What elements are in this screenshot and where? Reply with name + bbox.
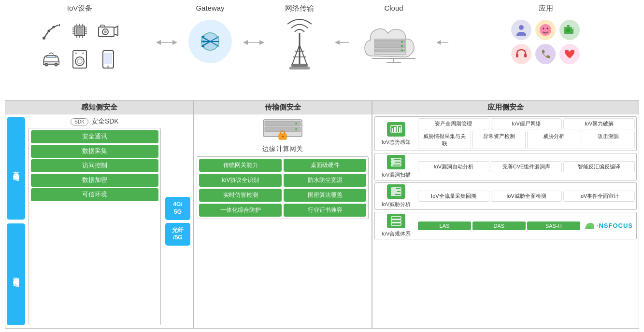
svg-rect-97	[394, 127, 396, 132]
app-pill-3-0: LAS	[418, 221, 471, 230]
svg-point-32	[56, 64, 57, 65]
arrow2	[242, 18, 266, 67]
gateway-icon	[188, 20, 232, 63]
sdk-badge: SDK	[71, 118, 88, 125]
mid-cell-3: 防水防尘宽温	[284, 174, 366, 187]
svg-line-59	[300, 45, 307, 64]
app-icon-person	[511, 20, 531, 40]
pill-0: 安全通讯	[31, 130, 158, 143]
app-row3-pills: LAS DAS SAS-H	[418, 221, 580, 230]
app-pill-2-2: IoV事件全面审计	[563, 191, 635, 202]
svg-point-94	[282, 136, 284, 138]
gateway-label: Gateway	[196, 4, 224, 12]
chip-icon	[67, 17, 93, 44]
app-row2-icon	[387, 184, 405, 199]
svg-point-70	[401, 41, 403, 43]
svg-point-92	[295, 128, 297, 130]
sdk-name: 安全SDK	[91, 117, 119, 126]
app-pill-2-1: IoV威胁全面检测	[491, 191, 562, 202]
sdk-title-row: SDK 安全SDK	[29, 117, 161, 126]
app-row1-row1: IoV漏洞自动分析 完善CVE组件漏洞库 智能反汇编反编译	[418, 161, 635, 172]
pill-2: 访问控制	[31, 159, 158, 172]
arrow4	[435, 18, 452, 67]
perception-panel: 感知侧安全 车载端 路侧端 SDK 安全SDK 安全通讯 数据采集 访	[5, 100, 193, 328]
svg-point-25	[104, 30, 107, 33]
transmission-panel: 传输侧安全	[193, 100, 372, 328]
svg-point-79	[540, 24, 551, 36]
svg-rect-39	[104, 53, 112, 64]
car-icon	[38, 46, 65, 72]
svg-point-3	[48, 29, 50, 32]
svg-rect-96	[392, 128, 393, 132]
mid-cell-0: 传统网关能力	[199, 159, 282, 172]
app-section: 应用	[452, 4, 639, 69]
camera-icon	[95, 17, 122, 44]
vehicle-label: 车载端	[7, 117, 25, 220]
svg-rect-86	[516, 54, 518, 57]
svg-rect-114	[391, 223, 401, 225]
cloud-label: Cloud	[384, 4, 403, 12]
gateway-section: Gateway	[179, 4, 242, 68]
edge-gateway-area: 边缘计算网关	[258, 117, 307, 153]
network-section: 网络传输	[266, 4, 333, 74]
application-body: IoV态势感知 资产全周期管理 IoV僵尸网络 IoV暴力破解 威胁情报采集与关…	[372, 114, 639, 329]
app-row3-icon	[387, 214, 405, 228]
iov-icons-area	[31, 16, 128, 74]
sdk-pills-box: 安全通讯 数据采集 访问控制 数据加密 可信环境	[29, 128, 161, 325]
mid-cell-1: 桌面级硬件	[284, 159, 366, 172]
svg-rect-87	[524, 54, 527, 57]
net-fiber: 光纤/5G	[165, 223, 190, 246]
svg-rect-67	[375, 40, 405, 43]
net-4g5g: 4G/5G	[165, 197, 190, 220]
svg-rect-112	[391, 217, 401, 219]
svg-point-72	[401, 50, 403, 52]
svg-point-35	[77, 59, 82, 64]
tower-icon	[283, 16, 316, 74]
app-row0-pills: 资产全周期管理 IoV僵尸网络 IoV暴力破解 威胁情报采集与关联 异常资产检测…	[418, 118, 635, 149]
app-pill-1-1: 完善CVE组件漏洞库	[491, 161, 562, 172]
svg-point-34	[75, 57, 84, 66]
svg-rect-89	[265, 121, 301, 126]
pill-1: 数据采集	[31, 145, 158, 158]
network-label: 网络传输	[285, 4, 314, 13]
svg-point-80	[543, 28, 544, 29]
iov-section: IoV设备	[5, 4, 155, 74]
app-row0-row1: 资产全周期管理 IoV僵尸网络 IoV暴力破解	[418, 118, 635, 129]
app-pill-3-2: SAS-H	[527, 221, 580, 230]
arrow1	[155, 18, 179, 67]
app-icon-camera	[559, 20, 580, 40]
app-pill-1-0: IoV漏洞自动分析	[418, 161, 489, 172]
app-row0-label: IoV态势感知	[382, 138, 411, 146]
svg-point-81	[546, 28, 548, 29]
svg-rect-98	[397, 126, 398, 132]
app-row-2: IoV威胁分析 IoV全流量采集回溯 IoV威胁全面检测 IoV事件全面审计	[374, 182, 637, 210]
svg-line-58	[292, 45, 300, 64]
pill-4: 可信环境	[31, 188, 158, 201]
app-icon-col-2: IoV威胁分析	[376, 184, 416, 208]
app-pill-0-1: IoV僵尸网络	[491, 118, 562, 129]
perception-body: 车载端 路侧端 SDK 安全SDK 安全通讯 数据采集 访问控制 数据加密 可信…	[5, 114, 193, 329]
svg-rect-27	[100, 25, 104, 27]
svg-rect-36	[75, 53, 77, 54]
app-row1-pills: IoV漏洞自动分析 完善CVE组件漏洞库 智能反汇编反编译	[418, 161, 635, 172]
network-labels: 4G/5G 光纤/5G	[163, 114, 193, 328]
svg-rect-99	[399, 127, 401, 132]
svg-rect-8	[76, 28, 83, 34]
svg-rect-113	[391, 220, 401, 222]
svg-point-37	[82, 52, 84, 54]
mid-cell-5: 国密算法覆盖	[284, 189, 366, 202]
road-label: 路侧端	[7, 223, 25, 326]
cloud-section: Cloud	[353, 4, 435, 73]
app-row1-icon	[387, 155, 405, 169]
app-row2-row1: IoV全流量采集回溯 IoV威胁全面检测 IoV事件全面审计	[418, 191, 635, 202]
app-pill-3-1: DAS	[472, 221, 526, 230]
phone-icon	[95, 46, 122, 72]
svg-point-40	[107, 66, 109, 68]
svg-point-85	[572, 28, 573, 29]
perception-title: 感知侧安全	[5, 100, 193, 114]
edge-gw-text: 边缘计算网关	[262, 145, 303, 153]
mid-grid: 传统网关能力 桌面级硬件 IoV协议全识别 防水防尘宽温 实时仿冒检测 国密算法…	[197, 156, 369, 219]
svg-rect-62	[291, 64, 308, 67]
app-pill-0-3: 威胁情报采集与关联	[418, 131, 471, 149]
svg-point-83	[566, 28, 570, 32]
